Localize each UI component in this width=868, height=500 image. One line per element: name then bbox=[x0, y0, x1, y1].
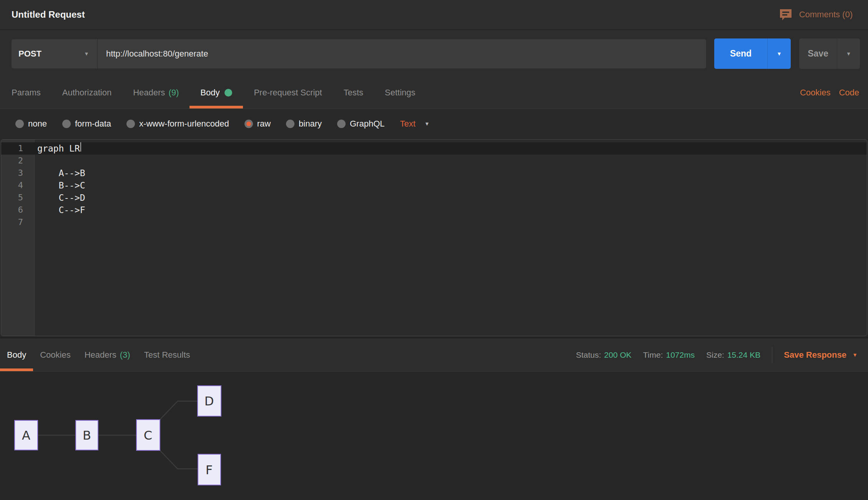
graph-node-b: B bbox=[76, 420, 98, 450]
send-button[interactable]: Send ▾ bbox=[714, 38, 791, 69]
save-response-button[interactable]: Save Response ▾ bbox=[784, 350, 856, 360]
tab-label: Tests bbox=[344, 88, 363, 98]
line-number: 6 bbox=[1, 204, 35, 216]
code-editor[interactable]: 1 graph LR 2 3 A-->B 4 B-->C 5 C-->D bbox=[1, 139, 867, 336]
graph-node-a: A bbox=[15, 420, 38, 450]
body-type-raw[interactable]: raw bbox=[244, 119, 271, 129]
radio-icon[interactable] bbox=[15, 120, 24, 128]
edge-c-f bbox=[160, 450, 198, 469]
tab-label: Settings bbox=[385, 88, 416, 98]
line-number: 1 bbox=[1, 142, 35, 155]
code-line[interactable]: 1 graph LR bbox=[1, 142, 867, 155]
raw-format-select[interactable]: Text ▾ bbox=[400, 119, 429, 129]
graph-node-c: C bbox=[136, 420, 160, 450]
radio-label: x-www-form-urlencoded bbox=[139, 119, 229, 129]
line-number: 2 bbox=[1, 155, 35, 167]
code-text: B-->C bbox=[35, 179, 85, 192]
tab-headers[interactable]: Headers (9) bbox=[122, 77, 190, 108]
code-link[interactable]: Code bbox=[839, 88, 859, 98]
cookies-link[interactable]: Cookies bbox=[800, 88, 830, 98]
save-button-label[interactable]: Save bbox=[799, 38, 837, 69]
response-meta-row: Body Cookies Headers (3) Test Results St… bbox=[0, 337, 868, 372]
tab-settings[interactable]: Settings bbox=[374, 77, 426, 108]
size-label: Size: bbox=[706, 350, 724, 360]
response-tab-headers[interactable]: Headers (3) bbox=[80, 338, 135, 371]
save-dropdown-button[interactable]: ▾ bbox=[837, 38, 860, 69]
code-line[interactable]: 5 C-->D bbox=[1, 192, 867, 204]
response-tab-cookies[interactable]: Cookies bbox=[35, 338, 75, 371]
comment-bubble-icon bbox=[779, 8, 792, 21]
node-label: C bbox=[144, 428, 152, 443]
status-label: Status: bbox=[576, 350, 601, 360]
response-headers-count-badge: (3) bbox=[120, 350, 130, 360]
body-filled-dot-icon bbox=[224, 89, 232, 97]
url-input[interactable] bbox=[106, 49, 706, 59]
response-body: A B C D F bbox=[0, 372, 868, 500]
send-button-label[interactable]: Send bbox=[714, 38, 767, 69]
body-type-x-www-form-urlencoded[interactable]: x-www-form-urlencoded bbox=[126, 119, 229, 129]
radio-label: raw bbox=[257, 119, 271, 129]
save-button[interactable]: Save ▾ bbox=[799, 38, 860, 69]
code-text: C-->F bbox=[35, 204, 85, 216]
graph-node-d: D bbox=[198, 386, 221, 416]
send-dropdown-button[interactable]: ▾ bbox=[767, 38, 791, 69]
body-type-form-data[interactable]: form-data bbox=[62, 119, 111, 129]
body-type-graphql[interactable]: GraphQL bbox=[337, 119, 385, 129]
tab-label: Headers bbox=[85, 350, 116, 360]
time-stat: Time: 1072ms bbox=[643, 350, 695, 360]
tab-label: Pre-request Script bbox=[254, 88, 322, 98]
tab-label: Test Results bbox=[144, 350, 190, 360]
tab-params[interactable]: Params bbox=[1, 77, 52, 108]
chevron-down-icon: ▾ bbox=[847, 51, 850, 57]
request-url-row: POST ▾ Send ▾ Save ▾ bbox=[0, 30, 868, 77]
radio-label: none bbox=[28, 119, 47, 129]
comments-button[interactable]: Comments (0) bbox=[779, 8, 853, 21]
code-text bbox=[35, 155, 37, 167]
url-input-wrap bbox=[98, 39, 706, 68]
time-value: 1072ms bbox=[666, 350, 695, 360]
code-line[interactable]: 4 B-->C bbox=[1, 179, 867, 192]
tab-body[interactable]: Body bbox=[190, 77, 243, 108]
node-label: F bbox=[206, 463, 213, 477]
chevron-down-icon: ▾ bbox=[778, 51, 781, 57]
line-number: 3 bbox=[1, 167, 35, 179]
method-label: POST bbox=[18, 49, 42, 59]
status-value: 200 OK bbox=[604, 350, 632, 360]
chevron-down-icon: ▾ bbox=[426, 121, 429, 127]
method-select[interactable]: POST ▾ bbox=[12, 39, 98, 68]
tab-pre-request-script[interactable]: Pre-request Script bbox=[243, 77, 333, 108]
text-cursor bbox=[80, 142, 81, 152]
code-text: C-->D bbox=[35, 192, 85, 204]
headers-count-badge: (9) bbox=[168, 88, 179, 98]
tab-authorization[interactable]: Authorization bbox=[52, 77, 122, 108]
code-line[interactable]: 3 A-->B bbox=[1, 167, 867, 179]
body-type-binary[interactable]: binary bbox=[286, 119, 322, 129]
code-line[interactable]: 2 bbox=[1, 155, 867, 167]
code-line[interactable]: 6 C-->F bbox=[1, 204, 867, 216]
radio-label: binary bbox=[299, 119, 322, 129]
line-number: 5 bbox=[1, 192, 35, 204]
tab-label: Headers bbox=[133, 88, 165, 98]
comments-label: Comments (0) bbox=[799, 10, 853, 20]
radio-label: form-data bbox=[75, 119, 111, 129]
tab-label: Authorization bbox=[62, 88, 111, 98]
mermaid-graph: A B C D F bbox=[0, 372, 254, 500]
tab-label: Cookies bbox=[40, 350, 70, 360]
code-text bbox=[35, 216, 37, 228]
line-number: 7 bbox=[1, 216, 35, 228]
response-tab-test-results[interactable]: Test Results bbox=[140, 338, 195, 371]
radio-icon[interactable] bbox=[286, 120, 294, 128]
node-label: D bbox=[205, 394, 214, 408]
radio-icon[interactable] bbox=[337, 120, 346, 128]
tab-tests[interactable]: Tests bbox=[333, 77, 374, 108]
body-type-none[interactable]: none bbox=[15, 119, 47, 129]
radio-icon[interactable] bbox=[126, 120, 135, 128]
radio-icon[interactable] bbox=[62, 120, 71, 128]
code-text: graph LR bbox=[35, 142, 80, 155]
radio-selected-icon[interactable] bbox=[244, 120, 253, 128]
postman-app: Untitled Request Comments (0) POST ▾ Sen… bbox=[0, 0, 868, 500]
size-stat: Size: 15.24 KB bbox=[706, 350, 760, 360]
response-tab-body[interactable]: Body bbox=[2, 338, 31, 371]
code-line[interactable]: 7 bbox=[1, 216, 867, 228]
vertical-divider bbox=[772, 347, 772, 363]
